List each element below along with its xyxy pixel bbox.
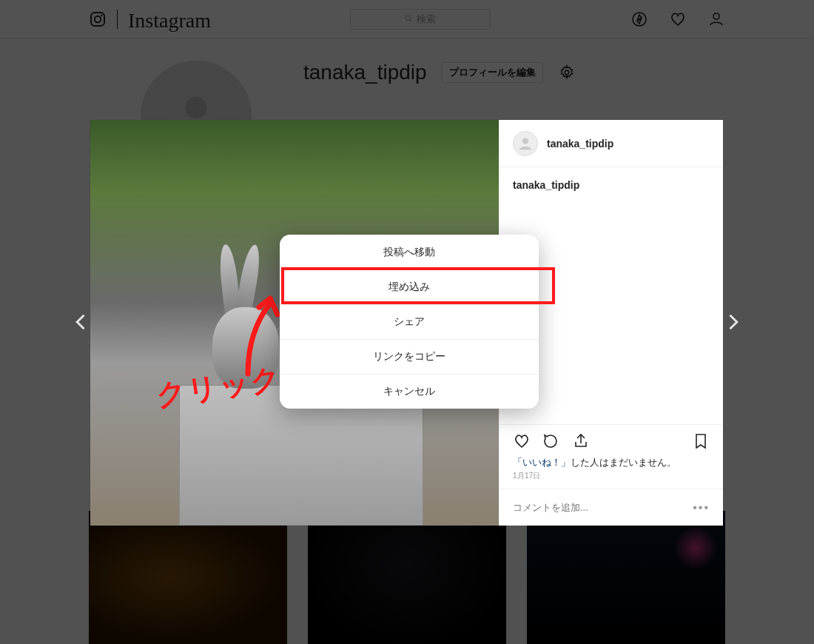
sheet-item-copy-link[interactable]: リンクをコピー <box>280 339 539 374</box>
author-avatar[interactable] <box>513 131 538 156</box>
caption-author[interactable]: tanaka_tipdip <box>513 179 579 191</box>
sheet-item-embed[interactable]: 埋め込み <box>280 269 539 304</box>
likes-rest: した人はまだいません。 <box>571 457 676 468</box>
sheet-item-goto-post[interactable]: 投稿へ移動 <box>280 235 539 269</box>
add-comment-row: ••• <box>500 489 723 526</box>
author-username[interactable]: tanaka_tipdip <box>547 138 613 150</box>
likes-prefix: 「いいね！」 <box>513 457 571 468</box>
bookmark-icon[interactable] <box>692 432 710 450</box>
post-header: tanaka_tipdip <box>500 120 723 167</box>
sheet-item-share[interactable]: シェア <box>280 304 539 339</box>
post-date: 1月17日 <box>500 471 723 489</box>
post-actions <box>500 425 723 453</box>
comment-bubble-icon[interactable] <box>542 432 560 450</box>
more-options-icon[interactable]: ••• <box>693 501 710 514</box>
svg-point-11 <box>522 138 528 144</box>
comment-input[interactable] <box>513 502 693 513</box>
sheet-item-cancel[interactable]: キャンセル <box>280 374 539 409</box>
options-sheet: 投稿へ移動 埋め込み シェア リンクをコピー キャンセル <box>280 235 539 409</box>
likes-line: 「いいね！」した人はまだいません。 <box>500 453 723 471</box>
like-heart-icon[interactable] <box>513 432 531 450</box>
share-upload-icon[interactable] <box>572 432 590 450</box>
